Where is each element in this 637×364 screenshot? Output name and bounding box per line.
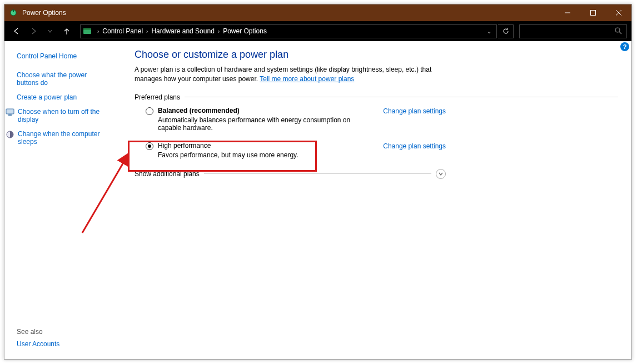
sidebar-link[interactable]: Choose when to turn off the display [18,108,107,123]
maximize-button[interactable] [580,4,606,21]
search-icon [614,27,622,36]
window-title: Power Options [22,9,66,17]
refresh-button[interactable] [498,24,514,38]
plan-description: Automatically balances performance with … [158,116,372,132]
main-panel: Choose or customize a power plan A power… [121,41,631,359]
breadcrumb-segment[interactable]: Hardware and Sound [151,27,214,35]
page-heading: Choose or customize a power plan [135,49,618,61]
svg-rect-3 [591,11,596,16]
svg-point-9 [615,28,620,32]
plan-name[interactable]: High performance [158,142,372,149]
page-description: A power plan is a collection of hardware… [135,65,446,84]
svg-rect-8 [83,28,91,30]
app-icon [9,8,18,17]
minimize-button[interactable] [555,4,580,21]
location-icon [83,27,92,36]
more-info-link[interactable]: Tell me more about power plans [260,75,354,83]
chevron-right-icon: › [146,28,148,34]
power-plan-high-performance: High performance Favors performance, but… [135,142,446,159]
chevron-right-icon: › [97,28,99,34]
back-button[interactable] [9,23,24,39]
content-area: ? Control Panel Home Choose what the pow… [4,41,631,359]
up-button[interactable] [59,23,74,39]
title-bar: Power Options [4,4,631,21]
see-also-link[interactable]: User Accounts [17,340,116,348]
power-plan-balanced: Balanced (recommended) Automatically bal… [135,107,446,132]
breadcrumb-segment[interactable]: Control Panel [102,27,143,35]
svg-rect-12 [8,114,12,116]
radio-button[interactable] [146,107,153,115]
display-icon [6,108,14,117]
plan-description: Favors performance, but may use more ene… [158,151,372,159]
sidebar-link[interactable]: Create a power plan [17,93,116,101]
close-button[interactable] [606,4,631,21]
change-plan-settings-link[interactable]: Change plan settings [383,142,446,159]
forward-button[interactable] [26,23,41,39]
show-additional-plans[interactable]: Show additional plans [135,169,446,179]
breadcrumb-segment[interactable]: Power Options [223,27,267,35]
address-dropdown-icon[interactable]: ⌄ [484,28,494,34]
address-bar[interactable]: › Control Panel › Hardware and Sound › P… [80,24,497,38]
change-plan-settings-link[interactable]: Change plan settings [383,107,446,132]
window-frame: Power Options › Control Panel › Hardware… [4,4,632,360]
svg-rect-11 [6,109,14,114]
see-also-label: See also [17,328,116,336]
chevron-right-icon: › [218,28,220,34]
sidebar-link[interactable]: Choose what the power buttons do [17,71,106,87]
sleep-icon [6,130,14,139]
svg-rect-1 [13,9,14,12]
svg-line-10 [619,32,621,34]
sidebar-link[interactable]: Change when the computer sleeps [18,130,107,146]
preferred-plans-label: Preferred plans [135,93,618,101]
radio-button[interactable] [146,142,153,150]
nav-bar: › Control Panel › Hardware and Sound › P… [4,21,631,41]
sidebar: Control Panel Home Choose what the power… [4,41,121,359]
search-input[interactable] [519,24,627,38]
plan-name[interactable]: Balanced (recommended) [158,107,372,114]
recent-dropdown[interactable] [42,23,58,39]
control-panel-home-link[interactable]: Control Panel Home [17,52,116,60]
chevron-down-icon [436,169,446,179]
